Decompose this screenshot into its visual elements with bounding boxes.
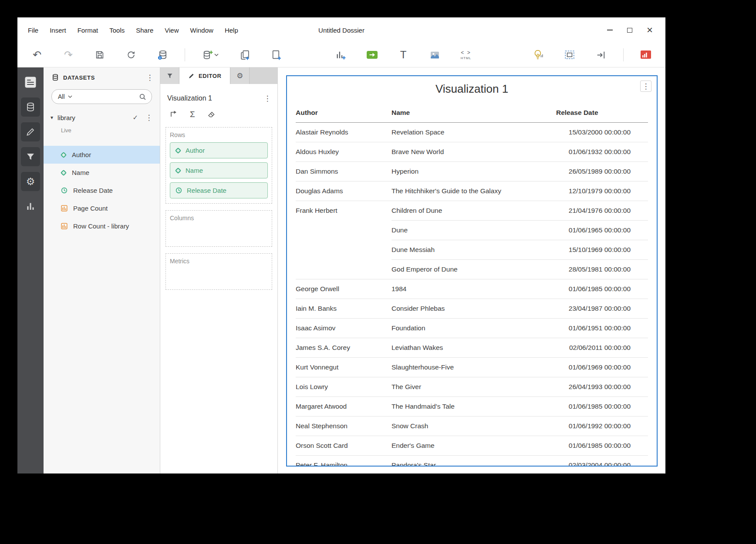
cell-name[interactable]: Children of Dune: [392, 201, 546, 221]
dataset-field-release-date[interactable]: Release Date: [44, 181, 160, 199]
editor-visualization-menu-button[interactable]: ⋮: [263, 94, 272, 103]
presentation-button[interactable]: [637, 46, 655, 64]
dataset-filter-dropdown[interactable]: All: [58, 93, 65, 100]
insights-button[interactable]: [529, 46, 547, 64]
menu-file[interactable]: File: [28, 27, 38, 34]
cell-release-date[interactable]: 01/06/1985 00:00:00: [546, 397, 648, 416]
menu-insert[interactable]: Insert: [50, 27, 66, 34]
dataset-field-page-count[interactable]: Page Count: [44, 199, 160, 217]
datasets-menu-button[interactable]: ⋮: [145, 73, 155, 82]
insert-visualization-button[interactable]: [331, 46, 350, 64]
tree-collapse-icon[interactable]: ▾: [51, 114, 53, 121]
maximize-button[interactable]: [626, 27, 633, 34]
duplicate-page-button[interactable]: [236, 46, 254, 64]
rail-visualization-gallery-button[interactable]: [21, 197, 40, 216]
dataset-field-author[interactable]: Author: [44, 146, 160, 164]
cell-release-date[interactable]: 26/05/1989 00:00:00: [546, 162, 648, 181]
rail-filter-button[interactable]: [21, 147, 40, 166]
visualization-menu-button[interactable]: ⋮: [640, 81, 651, 92]
rail-table-of-contents-button[interactable]: [21, 73, 40, 92]
cell-author[interactable]: Douglas Adams: [296, 181, 392, 201]
cell-release-date[interactable]: 12/10/1979 00:00:00: [546, 181, 648, 201]
cell-author[interactable]: Orson Scott Card: [296, 436, 392, 456]
cell-release-date[interactable]: 01/06/1965 00:00:00: [546, 221, 648, 240]
cell-release-date[interactable]: 28/05/1981 00:00:00: [546, 260, 648, 279]
undo-button[interactable]: ↶: [28, 46, 46, 64]
rows-zone-chip-author[interactable]: Author: [170, 142, 268, 158]
rows-zone-chip-release-date[interactable]: Release Date: [170, 182, 268, 198]
redo-button[interactable]: ↷: [59, 46, 78, 64]
cell-name[interactable]: The Hitchhiker's Guide to the Galaxy: [392, 181, 546, 201]
rows-drop-zone[interactable]: Rows AuthorNameRelease Date: [165, 127, 272, 204]
rail-settings-button[interactable]: ⚙: [21, 172, 40, 191]
cell-release-date[interactable]: 01/06/1992 00:00:00: [546, 416, 648, 436]
menu-window[interactable]: Window: [190, 27, 213, 34]
cell-release-date[interactable]: 01/06/1951 00:00:00: [546, 319, 648, 338]
menu-help[interactable]: Help: [225, 27, 238, 34]
cell-name[interactable]: 1984: [392, 279, 546, 299]
totals-button[interactable]: Σ: [190, 110, 195, 118]
cell-release-date[interactable]: 26/04/1993 00:00:00: [546, 377, 648, 397]
menu-view[interactable]: View: [165, 27, 179, 34]
cell-author[interactable]: Alastair Reynolds: [296, 123, 392, 142]
close-button[interactable]: ×: [646, 27, 653, 34]
visualization-1[interactable]: ⋮ Visualization 1 AuthorNameRelease Date…: [286, 75, 658, 467]
cell-author[interactable]: Kurt Vonnegut: [296, 358, 392, 377]
insert-text-button[interactable]: T: [394, 46, 412, 64]
cell-author[interactable]: Aldous Huxley: [296, 142, 392, 162]
rail-datasets-button[interactable]: [21, 97, 40, 117]
layout-button[interactable]: [560, 46, 579, 64]
cell-release-date[interactable]: 01/06/1985 00:00:00: [546, 436, 648, 456]
cell-release-date[interactable]: 02/06/2011 00:00:00: [546, 338, 648, 358]
cell-author[interactable]: Dan Simmons: [296, 162, 392, 181]
cell-name[interactable]: Dune: [392, 221, 546, 240]
dataset-search-bar[interactable]: All: [51, 89, 152, 104]
dataset-menu-button[interactable]: ⋮: [144, 113, 154, 122]
rows-zone-chip-name[interactable]: Name: [170, 162, 268, 178]
pivot-button[interactable]: [169, 109, 178, 119]
cell-name[interactable]: Consider Phlebas: [392, 299, 546, 319]
cell-author[interactable]: Isaac Asimov: [296, 319, 392, 338]
column-header-author[interactable]: Author: [296, 104, 392, 123]
cell-release-date[interactable]: 15/10/1969 00:00:00: [546, 240, 648, 260]
cell-author[interactable]: Frank Herbert: [296, 201, 392, 279]
add-page-button[interactable]: [267, 46, 285, 64]
cell-name[interactable]: Brave New World: [392, 142, 546, 162]
cell-name[interactable]: The Giver: [392, 377, 546, 397]
insert-image-button[interactable]: [425, 46, 444, 64]
cell-author[interactable]: James S.A. Corey: [296, 338, 392, 358]
cell-name[interactable]: Dune Messiah: [392, 240, 546, 260]
cell-release-date[interactable]: 01/06/1932 00:00:00: [546, 142, 648, 162]
cell-release-date[interactable]: 02/03/2004 00:00:00: [546, 456, 648, 467]
tab-format[interactable]: ⚙: [230, 67, 250, 84]
search-icon[interactable]: [139, 93, 146, 101]
menu-tools[interactable]: Tools: [109, 27, 125, 34]
menu-format[interactable]: Format: [78, 27, 98, 34]
dataset-status-button[interactable]: [153, 46, 172, 64]
metrics-drop-zone[interactable]: Metrics: [165, 253, 272, 290]
cell-release-date[interactable]: 01/06/1969 00:00:00: [546, 358, 648, 377]
cell-release-date[interactable]: 23/04/1987 00:00:00: [546, 299, 648, 319]
column-header-release-date[interactable]: Release Date: [546, 104, 648, 123]
insert-filter-button[interactable]: [363, 46, 381, 64]
cell-name[interactable]: Slaughterhouse-Five: [392, 358, 546, 377]
cell-release-date[interactable]: 01/06/1985 00:00:00: [546, 279, 648, 299]
menu-share[interactable]: Share: [136, 27, 153, 34]
cell-name[interactable]: Ender's Game: [392, 436, 546, 456]
refresh-button[interactable]: [122, 46, 140, 64]
add-data-button[interactable]: [198, 46, 223, 64]
minimize-button[interactable]: [606, 27, 613, 34]
dataset-tree-item-library[interactable]: ▾ library ✓ ⋮: [44, 110, 160, 125]
rail-edit-button[interactable]: [21, 122, 40, 141]
cell-name[interactable]: Revelation Space: [392, 123, 546, 142]
cell-author[interactable]: Neal Stephenson: [296, 416, 392, 436]
cell-author[interactable]: George Orwell: [296, 279, 392, 299]
dataset-field-name[interactable]: Name: [44, 164, 160, 181]
dataset-field-row-count-library[interactable]: Row Count - library: [44, 217, 160, 235]
cell-name[interactable]: Hyperion: [392, 162, 546, 181]
cell-name[interactable]: God Emperor of Dune: [392, 260, 546, 279]
cell-name[interactable]: Leviathan Wakes: [392, 338, 546, 358]
collapse-panel-button[interactable]: [592, 46, 610, 64]
column-header-name[interactable]: Name: [392, 104, 546, 123]
cell-author[interactable]: Iain M. Banks: [296, 299, 392, 319]
